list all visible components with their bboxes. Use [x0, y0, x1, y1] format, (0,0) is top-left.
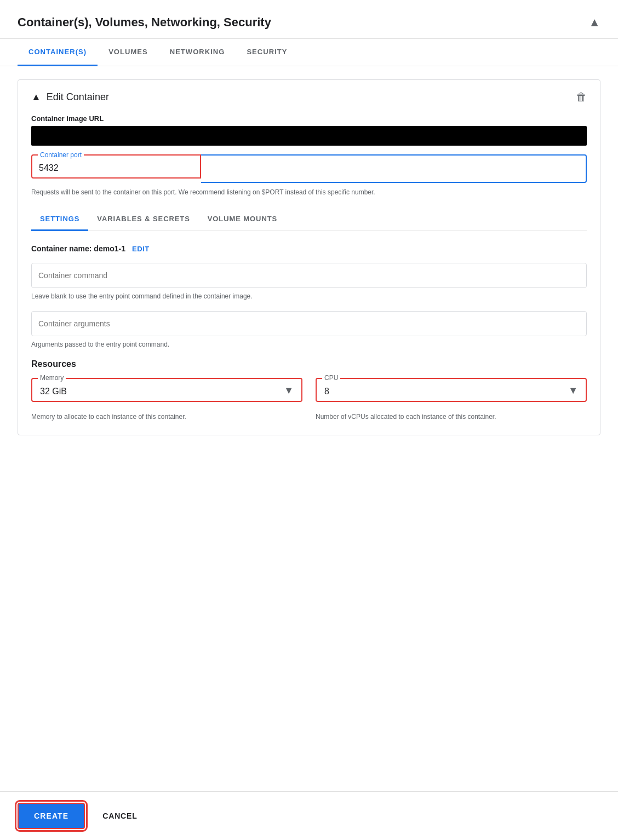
page-title: Container(s), Volumes, Networking, Secur…	[18, 15, 271, 30]
image-url-redacted	[31, 126, 587, 146]
tab-security[interactable]: SECURITY	[236, 39, 298, 66]
collapse-icon[interactable]: ▲	[588, 15, 600, 30]
port-value: 5432	[39, 163, 193, 173]
tab-networking[interactable]: NETWORKING	[159, 39, 236, 66]
memory-select-row: 32 GiB ▼	[40, 384, 294, 396]
port-floating-label: Container port	[38, 151, 84, 159]
delete-icon[interactable]: 🗑	[576, 91, 587, 103]
edit-container-header: ▲ Edit Container 🗑	[31, 91, 587, 103]
cpu-field[interactable]: CPU 8 ▼	[316, 378, 587, 402]
tab-volumes[interactable]: VOLUMES	[98, 39, 159, 66]
tab-containers[interactable]: CONTAINER(S)	[18, 39, 98, 66]
top-tabs: CONTAINER(S) VOLUMES NETWORKING SECURITY	[0, 39, 618, 66]
cpu-value: 8	[324, 387, 329, 396]
tab-volume-mounts[interactable]: VOLUME MOUNTS	[199, 208, 286, 231]
memory-label: Memory	[38, 374, 66, 382]
main-content: ▲ Edit Container 🗑 Container image URL C…	[0, 66, 618, 505]
cancel-button[interactable]: CANCEL	[94, 804, 146, 828]
memory-field[interactable]: Memory 32 GiB ▼	[31, 378, 302, 402]
create-button[interactable]: CREATE	[18, 803, 85, 829]
edit-name-link[interactable]: EDIT	[132, 245, 150, 253]
cpu-dropdown-icon[interactable]: ▼	[568, 385, 578, 396]
tab-settings[interactable]: SETTINGS	[31, 208, 88, 231]
cpu-hint: Number of vCPUs allocated to each instan…	[316, 412, 587, 422]
container-arguments-input[interactable]	[31, 311, 587, 336]
memory-hint: Memory to allocate to each instance of t…	[31, 412, 302, 422]
container-name-label: Container name: demo1-1	[31, 244, 125, 253]
port-row: Container port 5432	[31, 154, 587, 183]
edit-container-title: ▲ Edit Container	[31, 91, 109, 103]
memory-dropdown-icon[interactable]: ▼	[284, 385, 294, 396]
page-header: Container(s), Volumes, Networking, Secur…	[0, 0, 618, 39]
container-command-hint: Leave blank to use the entry point comma…	[31, 291, 587, 301]
bottom-bar: CREATE CANCEL	[0, 791, 618, 840]
inner-tabs: SETTINGS VARIABLES & SECRETS VOLUME MOUN…	[31, 208, 587, 231]
port-right-extension	[201, 154, 587, 183]
memory-value: 32 GiB	[40, 387, 67, 396]
edit-container-card: ▲ Edit Container 🗑 Container image URL C…	[18, 79, 600, 435]
cpu-select-row: 8 ▼	[324, 384, 578, 396]
card-chevron-icon: ▲	[31, 91, 41, 103]
port-hint: Requests will be sent to the container o…	[31, 187, 587, 197]
container-name-row: Container name: demo1-1 EDIT	[31, 244, 587, 253]
port-field[interactable]: Container port 5432	[31, 154, 201, 179]
resources-row: Memory 32 GiB ▼ CPU 8 ▼	[31, 378, 587, 402]
container-command-input[interactable]	[31, 263, 587, 288]
container-arguments-hint: Arguments passed to the entry point comm…	[31, 340, 587, 349]
image-url-label: Container image URL	[31, 114, 587, 123]
resources-title: Resources	[31, 359, 587, 369]
cpu-label: CPU	[322, 374, 340, 382]
tab-variables-secrets[interactable]: VARIABLES & SECRETS	[88, 208, 198, 231]
